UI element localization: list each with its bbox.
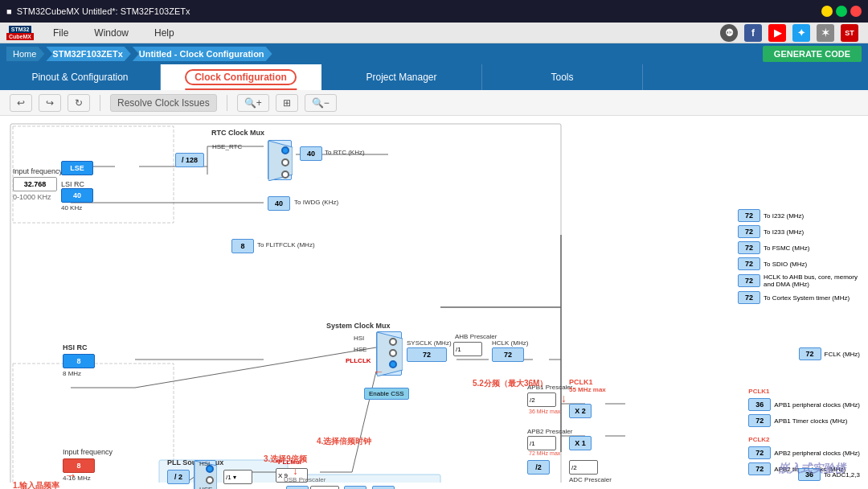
- breadcrumb-config[interactable]: Untitled - Clock Configuration: [133, 47, 272, 61]
- hsi-pll-label: HSI: [199, 460, 210, 467]
- pclk2-label: PCLK2: [748, 436, 860, 443]
- lsi-rc-label: LSI RC: [61, 180, 84, 188]
- fliclk-val: 8: [231, 239, 254, 253]
- rtc-clock-mux-label: RTC Clock Mux: [211, 129, 264, 137]
- rtc-mux-radio-3[interactable]: [281, 171, 289, 179]
- maximize-button[interactable]: [836, 6, 847, 17]
- tab-tools[interactable]: Tools: [482, 64, 643, 90]
- fsmc-val: 72: [738, 241, 760, 254]
- clock-diagram: Input frequency 32.768 0-1000 KHz LSE LS…: [0, 116, 868, 489]
- pll-src-radio-hse[interactable]: [206, 476, 214, 484]
- iwdg-val[interactable]: 40: [268, 196, 290, 211]
- hsi-rc-block[interactable]: 8: [63, 354, 95, 368]
- toolbar: ↩ ↪ ↻ Resolve Clock Issues 🔍+ ⊞ 🔍−: [0, 90, 868, 116]
- freq-range: 0-1000 KHz: [13, 193, 51, 201]
- lsi-rc-block[interactable]: 40: [61, 188, 93, 203]
- hse-pll-label: HSE: [199, 486, 212, 489]
- hsi-mhz: 8 MHz: [63, 370, 81, 377]
- annotation-arrow-3: ↓: [293, 464, 298, 477]
- minimize-button[interactable]: [821, 6, 833, 17]
- lse-block[interactable]: LSE: [61, 161, 93, 175]
- usb-prescaler-select[interactable]: X 9 ▾: [310, 486, 339, 489]
- input-freq-value[interactable]: 32.768: [13, 177, 57, 191]
- zoom-out-button[interactable]: 🔍−: [305, 94, 337, 112]
- sys-clk-mux-label: System Clock Mux: [326, 322, 391, 330]
- breadcrumb-home[interactable]: Home: [6, 47, 44, 61]
- youtube-icon[interactable]: ▶: [768, 24, 786, 42]
- annotation-arrow-4: ←: [373, 365, 384, 378]
- fsmc-label: To FSMC (MHz): [764, 244, 809, 252]
- apb2-max: 72 MHz max: [529, 450, 560, 456]
- enable-css-button[interactable]: Enable CSS: [364, 388, 409, 400]
- refresh-button[interactable]: ↻: [68, 94, 90, 112]
- apb2-prescaler-label: APB2 Prescaler: [527, 428, 572, 435]
- svg-line-16: [135, 347, 376, 388]
- rtc-out-val[interactable]: 40: [300, 146, 322, 161]
- output-column: 72 To I232 (MHz) 72 To I233 (MHz) 72 To …: [738, 209, 860, 304]
- svg-line-21: [352, 372, 376, 472]
- sysclk-label: SYSCLK (MHz): [407, 339, 452, 347]
- ahb-val: 72: [738, 274, 760, 287]
- sys-mux-radio-pll[interactable]: [389, 360, 397, 368]
- div128-block[interactable]: / 128: [175, 153, 204, 167]
- usb-div1: 8: [286, 486, 309, 489]
- undo-button[interactable]: ↩: [10, 94, 32, 112]
- iwdg-label: To IWDG (KHz): [294, 199, 338, 206]
- st-brand-icon[interactable]: ST: [841, 24, 858, 42]
- tab-pinout[interactable]: Pinout & Configuration: [0, 64, 161, 90]
- toolbar-separator-2: [227, 95, 227, 111]
- breadcrumb-bar: Home STM32F103ZETx Untitled - Clock Conf…: [0, 43, 868, 64]
- pll-prediv-select[interactable]: /1 ▾: [223, 470, 252, 484]
- close-button[interactable]: [850, 6, 862, 17]
- input-freq-label: Input frequency: [13, 167, 63, 175]
- sys-mux-radio-hsi[interactable]: [389, 338, 397, 346]
- annotation-arrow-1: →: [64, 468, 77, 483]
- final-div2: /2: [527, 460, 550, 475]
- i2s3-val: 72: [738, 225, 760, 238]
- usb-out-val: 72: [372, 486, 395, 489]
- rtc-mux-radio-2[interactable]: [281, 158, 289, 166]
- i2s2-val: 72: [738, 209, 760, 222]
- annotation-step4: 4.选择倍频时钟: [317, 436, 371, 447]
- redo-button[interactable]: ↪: [39, 94, 61, 112]
- menu-file[interactable]: File: [40, 24, 81, 42]
- adc-prescaler-select[interactable]: /2: [569, 460, 598, 475]
- apb1-prescaler-select[interactable]: /2: [527, 392, 556, 407]
- rtc-mux-radio-1[interactable]: [281, 146, 289, 154]
- pclk1-label: PCLK1: [748, 388, 860, 395]
- tab-clock[interactable]: Clock Configuration: [161, 64, 321, 90]
- zoom-fit-button[interactable]: ⊞: [276, 94, 298, 112]
- i2s3-label: To I233 (MHz): [764, 228, 804, 236]
- apb2periph-val: 72: [748, 446, 771, 459]
- hsi-rc-label: HSI RC: [63, 343, 88, 351]
- apb2periph-label: APB2 peripheral clocks (MHz): [774, 450, 860, 457]
- ahb-label: HCLK to AHB bus, core, memory and DMA (M…: [764, 273, 860, 288]
- network-icon[interactable]: ✶: [817, 24, 834, 42]
- resolve-clock-button[interactable]: Resolve Clock Issues: [110, 94, 217, 112]
- hclk-val[interactable]: 72: [492, 347, 524, 362]
- fclk-label: FCLK (MHz): [825, 351, 860, 358]
- twitter-icon[interactable]: ✦: [792, 24, 810, 42]
- facebook-icon[interactable]: f: [744, 24, 762, 42]
- hsi-sysmux: HSI: [354, 335, 364, 342]
- ahb-prescaler-select[interactable]: /1: [453, 342, 482, 356]
- menu-bar-right: ⓾ f ▶ ✦ ✶ ST: [720, 24, 868, 42]
- apb1timer-label: APB1 Timer clocks (MHz): [774, 417, 847, 425]
- apb2-prescaler-select[interactable]: /1: [527, 436, 556, 450]
- breadcrumb-device[interactable]: STM32F103ZETx: [46, 47, 130, 61]
- window-title: STM32CubeMX Untitled*: STM32F103ZETx: [17, 6, 821, 16]
- lsi-40khz: 40 KHz: [61, 204, 82, 212]
- toolbar-separator: [100, 95, 100, 111]
- apb1-max: 36 MHz max: [529, 409, 560, 414]
- sysclk-val[interactable]: 72: [407, 347, 447, 362]
- ahb-prescaler-label: AHB Prescaler: [455, 333, 497, 340]
- app-icon: ■: [6, 6, 12, 16]
- menu-help[interactable]: Help: [141, 24, 187, 42]
- menu-window[interactable]: Window: [81, 24, 141, 42]
- tab-project[interactable]: Project Manager: [321, 64, 482, 90]
- generate-code-button[interactable]: GENERATE CODE: [763, 46, 862, 62]
- menu-bar: STM32 CubeMX File Window Help ⓾ f ▶ ✦ ✶ …: [0, 23, 868, 43]
- tab-bar: Pinout & Configuration Clock Configurati…: [0, 64, 868, 90]
- zoom-in-button[interactable]: 🔍+: [237, 94, 269, 112]
- sys-mux-radio-hse[interactable]: [389, 349, 397, 357]
